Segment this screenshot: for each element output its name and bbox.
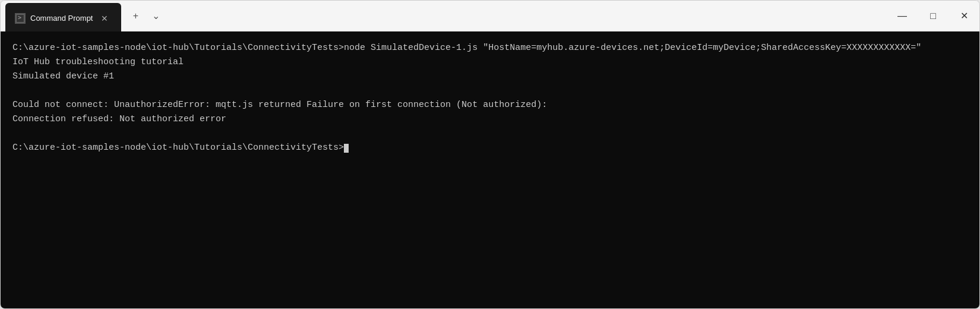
terminal-line: C:\azure-iot-samples-node\iot-hub\Tutori… [12, 41, 968, 55]
cursor [344, 144, 349, 153]
active-tab[interactable]: Command Prompt ✕ [5, 3, 121, 33]
dropdown-button[interactable]: ⌄ [146, 7, 165, 26]
terminal-line: Connection refused: Not authorized error [12, 112, 968, 127]
close-button[interactable]: ✕ [949, 1, 979, 31]
maximize-button[interactable]: □ [918, 1, 949, 31]
terminal-window: Command Prompt ✕ + ⌄ — □ ✕ C:\azure-iot-… [0, 0, 980, 309]
tab-close-button[interactable]: ✕ [97, 11, 112, 26]
terminal-icon [15, 13, 26, 24]
terminal-blank-line [12, 84, 968, 98]
new-tab-button[interactable]: + [126, 7, 145, 26]
terminal-output[interactable]: C:\azure-iot-samples-node\iot-hub\Tutori… [1, 31, 979, 308]
minimize-button[interactable]: — [887, 1, 918, 31]
terminal-line: Simulated device #1 [12, 70, 968, 84]
terminal-blank-line [12, 127, 968, 141]
window-controls: — □ ✕ [887, 1, 979, 31]
tab-label: Command Prompt [30, 14, 93, 23]
tab-actions: + ⌄ [121, 7, 170, 26]
terminal-line: Could not connect: UnauthorizedError: mq… [12, 98, 968, 112]
terminal-line: IoT Hub troubleshooting tutorial [12, 55, 968, 70]
title-bar: Command Prompt ✕ + ⌄ — □ ✕ [1, 1, 979, 31]
terminal-prompt-line: C:\azure-iot-samples-node\iot-hub\Tutori… [12, 141, 968, 155]
tab-area: Command Prompt ✕ + ⌄ [1, 1, 887, 31]
